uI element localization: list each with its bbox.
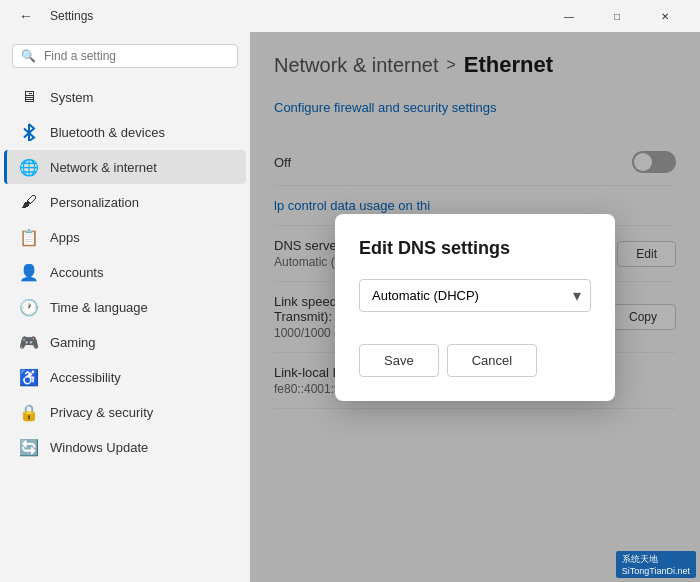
network-icon: 🌐 — [20, 158, 38, 176]
search-input[interactable] — [44, 49, 229, 63]
back-button[interactable]: ← — [12, 0, 40, 32]
sidebar-item-accessibility[interactable]: ♿ Accessibility — [4, 360, 246, 394]
sidebar-item-network[interactable]: 🌐 Network & internet — [4, 150, 246, 184]
dns-dropdown[interactable]: Automatic (DHCP)Manual — [359, 279, 591, 312]
sidebar-item-system[interactable]: 🖥 System — [4, 80, 246, 114]
edit-dns-dialog: Edit DNS settings Automatic (DHCP)Manual… — [335, 214, 615, 401]
search-box[interactable]: 🔍 — [12, 44, 238, 68]
sidebar-label-network: Network & internet — [50, 160, 157, 175]
sidebar-label-accounts: Accounts — [50, 265, 103, 280]
maximize-button[interactable]: □ — [594, 0, 640, 32]
sidebar-item-apps[interactable]: 📋 Apps — [4, 220, 246, 254]
sidebar-item-windows-update[interactable]: 🔄 Windows Update — [4, 430, 246, 464]
dialog-overlay: Edit DNS settings Automatic (DHCP)Manual… — [250, 32, 700, 582]
accessibility-icon: ♿ — [20, 368, 38, 386]
sidebar-item-bluetooth[interactable]: Bluetooth & devices — [4, 115, 246, 149]
apps-icon: 📋 — [20, 228, 38, 246]
titlebar: ← Settings — □ ✕ — [0, 0, 700, 32]
sidebar: 🔍 🖥 System Bluetooth & devices 🌐 Network… — [0, 32, 250, 582]
accounts-icon: 👤 — [20, 263, 38, 281]
sidebar-label-accessibility: Accessibility — [50, 370, 121, 385]
dropdown-container: Automatic (DHCP)Manual ▾ — [359, 279, 591, 312]
app-title: Settings — [50, 9, 93, 23]
save-button[interactable]: Save — [359, 344, 439, 377]
close-button[interactable]: ✕ — [642, 0, 688, 32]
sidebar-label-personalization: Personalization — [50, 195, 139, 210]
sidebar-label-time: Time & language — [50, 300, 148, 315]
sidebar-item-accounts[interactable]: 👤 Accounts — [4, 255, 246, 289]
personalization-icon: 🖌 — [20, 193, 38, 211]
sidebar-label-apps: Apps — [50, 230, 80, 245]
main-content: Network & internet > Ethernet Configure … — [250, 32, 700, 582]
gaming-icon: 🎮 — [20, 333, 38, 351]
sidebar-item-gaming[interactable]: 🎮 Gaming — [4, 325, 246, 359]
time-icon: 🕐 — [20, 298, 38, 316]
bluetooth-icon — [20, 123, 38, 141]
watermark: 系统天地 SiTongTianDi.net — [616, 551, 696, 578]
sidebar-label-system: System — [50, 90, 93, 105]
sidebar-item-privacy[interactable]: 🔒 Privacy & security — [4, 395, 246, 429]
search-icon: 🔍 — [21, 49, 36, 63]
sidebar-item-time[interactable]: 🕐 Time & language — [4, 290, 246, 324]
dialog-title: Edit DNS settings — [359, 238, 591, 259]
sidebar-label-gaming: Gaming — [50, 335, 96, 350]
minimize-button[interactable]: — — [546, 0, 592, 32]
windows-update-icon: 🔄 — [20, 438, 38, 456]
cancel-button[interactable]: Cancel — [447, 344, 537, 377]
titlebar-controls: — □ ✕ — [546, 0, 688, 32]
app-container: 🔍 🖥 System Bluetooth & devices 🌐 Network… — [0, 32, 700, 582]
system-icon: 🖥 — [20, 88, 38, 106]
sidebar-label-windows-update: Windows Update — [50, 440, 148, 455]
sidebar-label-bluetooth: Bluetooth & devices — [50, 125, 165, 140]
privacy-icon: 🔒 — [20, 403, 38, 421]
dialog-actions: Save Cancel — [359, 344, 591, 377]
titlebar-left: ← Settings — [12, 0, 93, 32]
sidebar-item-personalization[interactable]: 🖌 Personalization — [4, 185, 246, 219]
sidebar-label-privacy: Privacy & security — [50, 405, 153, 420]
